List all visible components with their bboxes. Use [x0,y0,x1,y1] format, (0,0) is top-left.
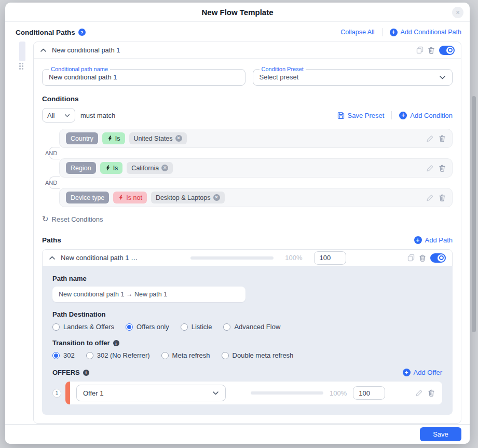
radio-dot [126,323,133,331]
trash-icon[interactable] [439,135,446,142]
condition-preset-select[interactable]: Select preset [260,73,446,81]
chevron-up-icon[interactable] [49,255,56,261]
divider [382,28,383,36]
conditional-path-accordion-title: New conditional path 1 [52,46,120,54]
conditional-path-toggle[interactable] [439,46,455,55]
radio-dot [161,352,169,359]
radio-landers-offers[interactable]: Landers & Offers [52,323,114,331]
add-conditional-path-button[interactable]: + Add Conditional Path [390,29,461,36]
edit-pencil-icon[interactable] [415,389,422,397]
path-card: New conditional path 1 … 100% [42,249,453,415]
condition-value-chip[interactable]: United States ✕ [129,132,187,144]
remove-value-icon[interactable]: ✕ [175,135,182,142]
path-destination-label: Path Destination [52,310,442,318]
condition-operator-chip[interactable]: Is [102,132,125,144]
trash-icon[interactable] [439,194,446,201]
add-offer-button[interactable]: + Add Offer [403,369,442,376]
drag-handle-icon[interactable] [19,63,24,70]
plus-icon: + [399,112,407,119]
edit-pencil-icon[interactable] [426,194,433,201]
close-icon[interactable]: × [452,7,463,18]
chevron-down-icon [64,113,70,118]
chevron-down-icon [212,390,219,396]
reset-conditions-button[interactable]: ↺ Reset Conditions [42,214,453,224]
conditional-path-name-field[interactable]: Conditional path name [42,66,245,86]
drag-strip[interactable] [19,42,25,61]
path-content: Path name Path Destination Landers & Off… [42,266,453,415]
path-weight-percent: 100% [285,254,302,262]
bolt-icon [105,165,111,171]
radio-double-meta-refresh[interactable]: Double meta refresh [222,351,294,359]
trash-icon[interactable] [428,47,435,54]
edit-pencil-icon[interactable] [426,165,433,172]
offer-color-bar [65,382,70,404]
copy-icon[interactable] [407,254,415,262]
conditional-path-card: New conditional path 1 Conditional path … [33,42,461,424]
radio-302-no-referrer[interactable]: 302 (No Referrer) [86,351,150,359]
condition-field-chip[interactable]: Region [66,162,96,174]
conditional-path-accordion-header[interactable]: New conditional path 1 [34,42,461,59]
radio-dot [181,323,188,331]
chevron-up-icon[interactable] [40,47,47,53]
match-type-select[interactable]: All [42,108,75,123]
condition-field-chip[interactable]: Device type [66,192,109,203]
modal-header: New Flow Template × [5,3,470,22]
offer-weight-percent: 100% [330,389,347,397]
info-icon[interactable]: i [83,370,89,376]
trash-icon[interactable] [428,389,435,397]
condition-operator-chip[interactable]: Is not [113,192,147,203]
condition-row: Device type Is not Desktop & Laptops ✕ [59,188,453,207]
modal-footer: Save [5,424,470,444]
and-connector: AND [42,148,453,158]
offers-label: OFFERS i [52,369,89,376]
condition-preset-label: Condition Preset [260,66,306,72]
trash-icon[interactable] [419,254,426,262]
radio-listicle[interactable]: Listicle [181,323,212,331]
offer-select[interactable]: Offer 1 [76,385,226,401]
condition-operator-chip[interactable]: Is [100,162,123,174]
transition-options: 302 302 (No Referrer) Meta refresh Doubl… [52,351,442,359]
offer-card: Offer 1 100% [65,382,442,404]
toggle-knob [446,47,454,54]
conditional-path-name-input[interactable] [49,73,239,81]
condition-row: Country Is United States ✕ [59,129,453,148]
help-icon[interactable]: ? [78,29,86,36]
plus-icon: + [414,236,422,244]
path-weight-progress [190,256,274,260]
radio-meta-refresh[interactable]: Meta refresh [161,351,210,359]
info-icon[interactable]: i [113,340,119,346]
path-weight-input[interactable] [314,251,346,265]
condition-value-chip[interactable]: Desktop & Laptops ✕ [151,192,225,203]
offer-row: 1 Offer 1 100% [52,382,442,404]
remove-value-icon[interactable]: ✕ [213,194,220,201]
add-condition-button[interactable]: + Add Condition [399,112,453,119]
radio-advanced-flow[interactable]: Advanced Flow [223,323,280,331]
chevron-down-icon [439,74,446,80]
condition-preset-field[interactable]: Condition Preset Select preset [253,66,453,86]
edit-pencil-icon[interactable] [426,135,433,142]
save-preset-button[interactable]: Save Preset [337,112,385,119]
remove-value-icon[interactable]: ✕ [161,165,168,171]
add-path-button[interactable]: + Add Path [414,236,453,244]
offer-weight-input[interactable] [353,386,385,400]
conditions-list: Country Is United States ✕ [42,129,453,207]
save-button[interactable]: Save [420,427,461,441]
copy-icon[interactable] [416,46,424,54]
bolt-icon [118,194,124,201]
page-scrollbar[interactable] [472,96,476,332]
condition-value-chip[interactable]: California ✕ [127,162,173,174]
plus-icon: + [390,29,398,36]
new-flow-template-modal: New Flow Template × Conditional Paths ? … [5,3,470,444]
condition-field-chip[interactable]: Country [66,132,98,144]
trash-icon[interactable] [439,165,446,172]
path-accordion-header[interactable]: New conditional path 1 … 100% [42,249,453,266]
drag-gutter [16,42,33,424]
offer-index-badge: 1 [52,389,61,398]
path-name-input[interactable] [52,287,245,302]
collapse-all-button[interactable]: Collapse All [340,29,374,36]
path-toggle[interactable] [430,253,446,263]
radio-302[interactable]: 302 [52,351,75,359]
radio-offers-only[interactable]: Offers only [126,323,169,331]
condition-row: Region Is California ✕ [59,158,453,178]
and-label: AND [44,180,58,186]
